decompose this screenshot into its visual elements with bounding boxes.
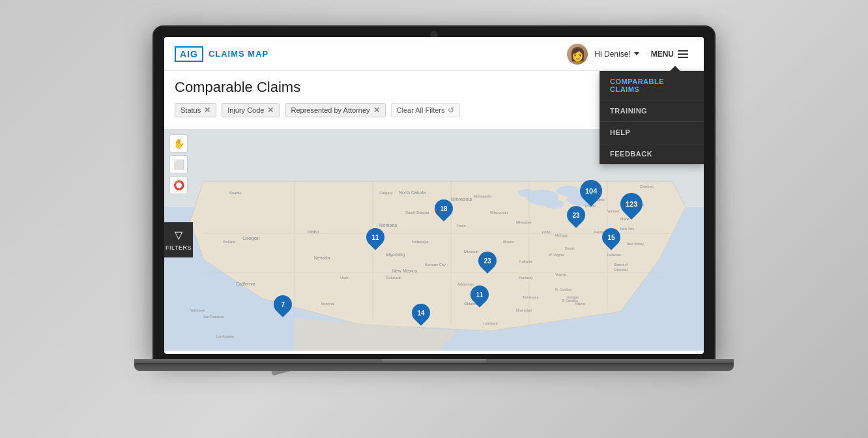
svg-text:North Dakota: North Dakota xyxy=(399,190,426,195)
svg-text:Missouri: Missouri xyxy=(464,250,478,254)
map-pin-123[interactable]: 123 xyxy=(620,193,643,215)
svg-text:Portland: Portland xyxy=(223,240,235,244)
dropdown-arrow xyxy=(670,66,680,71)
map-pin-11-oklahoma[interactable]: 11 xyxy=(470,285,489,304)
clear-all-filters-button[interactable]: Clear All Filters ↺ xyxy=(391,103,460,117)
svg-text:San Francisco: San Francisco xyxy=(203,315,224,319)
refresh-icon: ↺ xyxy=(448,106,454,115)
map-toolbar: ✋ ⬜ ⭕ xyxy=(169,134,188,194)
svg-text:Wyoming: Wyoming xyxy=(386,252,405,257)
svg-text:Arizona: Arizona xyxy=(321,302,334,306)
laptop-screen-bezel: AIG CLAIMS MAP Hi Denise! MENU xyxy=(154,27,714,359)
svg-text:Atlanta: Atlanta xyxy=(575,302,585,306)
screen: AIG CLAIMS MAP Hi Denise! MENU xyxy=(164,37,704,354)
svg-text:Seattle: Seattle xyxy=(229,191,242,195)
app-header: AIG CLAIMS MAP Hi Denise! MENU xyxy=(164,37,704,71)
menu-item-comparable-claims[interactable]: COMPARABLE CLAIMS xyxy=(600,71,704,100)
svg-text:Columbia: Columbia xyxy=(614,268,628,272)
svg-text:District of: District of xyxy=(614,263,628,267)
svg-text:Wisconsin: Wisconsin xyxy=(490,211,508,214)
map-pin-18[interactable]: 18 xyxy=(435,199,453,218)
svg-text:Ohio: Ohio xyxy=(542,230,551,234)
page-title: Comparable Claims xyxy=(175,79,300,96)
map-pin-23-missouri[interactable]: 23 xyxy=(478,252,497,270)
svg-text:Minnesota: Minnesota xyxy=(451,197,472,201)
map-pin-23-ohio[interactable]: 23 xyxy=(567,206,585,224)
svg-text:Mississippi: Mississippi xyxy=(516,308,532,312)
svg-text:Calgary: Calgary xyxy=(379,191,393,195)
user-greeting[interactable]: Hi Denise! xyxy=(594,50,639,59)
remove-injury-code-filter[interactable]: ✕ xyxy=(267,106,274,115)
select-tool-button[interactable]: ⬜ xyxy=(169,155,188,173)
filter-tag-represented-by-attorney[interactable]: Represented by Attorney ✕ xyxy=(285,103,385,117)
svg-text:Detroit: Detroit xyxy=(565,246,575,250)
svg-text:New Mexico: New Mexico xyxy=(392,269,417,273)
svg-text:Montana: Montana xyxy=(379,223,397,227)
svg-point-6 xyxy=(518,189,534,197)
claims-map-label: CLAIMS MAP xyxy=(209,49,268,59)
dropdown-menu: COMPARABLE CLAIMS TRAINING HELP FEEDBACK xyxy=(600,71,704,164)
svg-text:N. Carolina: N. Carolina xyxy=(555,287,571,291)
svg-text:New York: New York xyxy=(620,227,635,231)
svg-text:W. Virginia: W. Virginia xyxy=(549,253,564,257)
filter-tag-injury-code[interactable]: Injury Code ✕ xyxy=(222,103,280,117)
header-right: Hi Denise! MENU xyxy=(567,44,693,65)
svg-text:Louisiana: Louisiana xyxy=(484,321,498,325)
svg-text:Maine: Maine xyxy=(620,217,629,221)
svg-text:Virginia: Virginia xyxy=(555,272,566,276)
svg-text:South Dakota: South Dakota xyxy=(405,211,429,214)
filters-sidebar-button[interactable]: ▽ FILTERS xyxy=(164,222,193,257)
svg-text:Nebraska: Nebraska xyxy=(412,240,429,244)
menu-item-training[interactable]: TRAINING xyxy=(600,100,704,122)
menu-item-help[interactable]: HELP xyxy=(600,122,704,143)
svg-text:Iowa: Iowa xyxy=(457,224,466,227)
remove-status-filter[interactable]: ✕ xyxy=(204,106,210,115)
svg-text:Colorado: Colorado xyxy=(386,276,402,280)
hand-tool-button[interactable]: ✋ xyxy=(169,134,188,153)
aig-box-logo: AIG xyxy=(175,46,203,62)
svg-text:Nevada: Nevada xyxy=(314,256,330,260)
map-pin-11-nebraska[interactable]: 11 xyxy=(366,228,384,246)
svg-text:Quebec: Quebec xyxy=(640,184,654,188)
laptop-hinge xyxy=(134,363,734,367)
menu-item-feedback[interactable]: FEEDBACK xyxy=(600,143,704,164)
map-pin-15[interactable]: 15 xyxy=(602,228,620,246)
svg-text:Milwaukee: Milwaukee xyxy=(516,220,532,224)
chevron-down-icon xyxy=(634,52,639,55)
laptop-base xyxy=(134,359,734,371)
avatar[interactable] xyxy=(567,44,588,65)
svg-text:Delaware: Delaware xyxy=(607,253,621,257)
svg-text:Kansas City: Kansas City xyxy=(425,263,446,267)
svg-text:Tennessee: Tennessee xyxy=(523,295,538,299)
aig-logo: AIG CLAIMS MAP xyxy=(175,46,268,62)
svg-text:California: California xyxy=(236,282,255,286)
svg-text:Idaho: Idaho xyxy=(308,229,319,234)
svg-point-7 xyxy=(544,199,564,209)
svg-text:Georgia: Georgia xyxy=(567,295,579,299)
svg-text:Los Angeles: Los Angeles xyxy=(216,334,235,338)
svg-text:Michigan: Michigan xyxy=(555,233,568,237)
svg-text:Illinois: Illinois xyxy=(503,240,514,244)
svg-text:Oregon: Oregon xyxy=(242,235,260,241)
svg-text:Vermont: Vermont xyxy=(607,209,620,213)
hamburger-icon xyxy=(678,50,688,58)
svg-text:Kentucky: Kentucky xyxy=(519,276,533,280)
svg-text:Minneapolis: Minneapolis xyxy=(474,194,491,198)
svg-text:Vancouver: Vancouver xyxy=(190,308,206,312)
svg-text:New Jersey: New Jersey xyxy=(627,242,644,246)
map-pin-14[interactable]: 14 xyxy=(412,304,430,322)
menu-button[interactable]: MENU xyxy=(646,47,693,61)
map-pin-7[interactable]: 7 xyxy=(274,295,292,314)
circle-tool-button[interactable]: ⭕ xyxy=(169,176,188,194)
remove-attorney-filter[interactable]: ✕ xyxy=(373,106,380,115)
funnel-icon: ▽ xyxy=(175,229,183,241)
map-pin-104[interactable]: 104 xyxy=(580,180,602,202)
svg-text:Indiana: Indiana xyxy=(519,259,532,263)
filter-tag-status[interactable]: Status ✕ xyxy=(175,103,216,117)
svg-text:Utah: Utah xyxy=(340,276,349,280)
